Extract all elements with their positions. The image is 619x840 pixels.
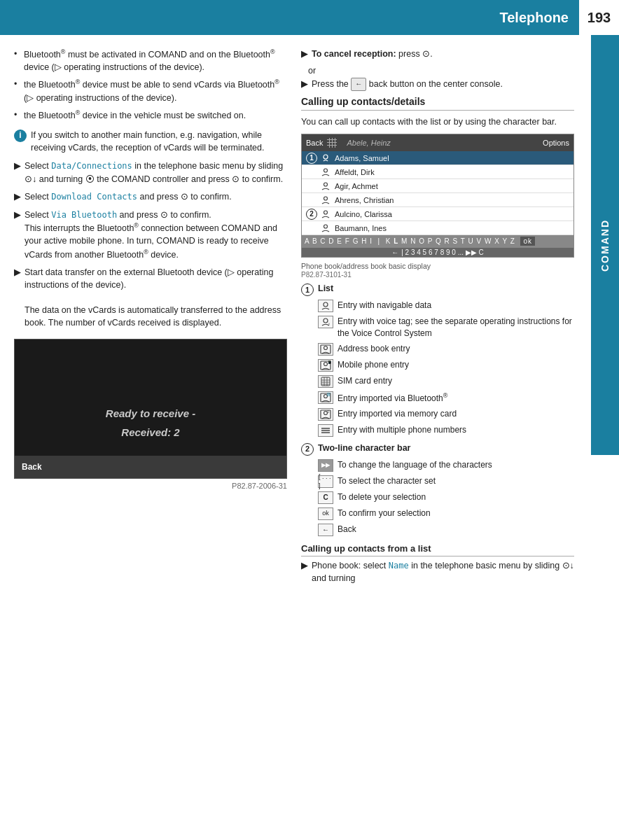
cancel-heading: To cancel reception:	[312, 49, 396, 59]
step-text: Start data transfer on the external Blue…	[25, 266, 287, 330]
cancel-step: ▶ To cancel reception: press ⊙.	[301, 48, 574, 61]
screen-line1: Ready to receive -	[106, 407, 195, 419]
arrow-icon: ▶	[301, 78, 308, 91]
arrow-icon: ▶	[301, 48, 308, 61]
phonebook-display: Back Abele, Heinz Options 1 Adams, Samue…	[301, 134, 574, 258]
list-label-item: 1 List	[301, 283, 574, 296]
comand-sidebar-label: COMAND	[599, 219, 611, 272]
svg-point-0	[324, 155, 328, 159]
desc-item-confirm: ok To confirm your selection	[318, 507, 574, 520]
contacts-list-step: ▶ Phone book: select Name in the telepho…	[301, 559, 574, 585]
pb-caption-id: P82.87-3101-31	[301, 271, 352, 279]
bt-icon-box: BT	[318, 391, 333, 404]
pb-back-arrow: ←	[391, 248, 398, 256]
voice-icon-box: ♪	[318, 316, 333, 328]
addr-icon-box	[318, 343, 333, 356]
screen-display: Ready to receive - Received: 2 Back	[14, 339, 287, 479]
pb-number-bar[interactable]: ← | 2 3 4 5 6 7 8 9 0 ... ▶▶ C	[302, 248, 573, 257]
step-4: ▶ Start data transfer on the external Bl…	[14, 266, 287, 330]
pb-circle-empty	[306, 195, 317, 206]
svg-point-3	[324, 197, 328, 200]
pb-alphabet-bar[interactable]: A B C D E F G H I | K L M N O P Q R S T …	[302, 235, 573, 248]
page-title: Telephone	[499, 10, 577, 26]
desc-item-nav: Entry with navigable data	[318, 300, 574, 312]
pb-row[interactable]: 1 Adams, Samuel	[302, 151, 573, 165]
multi-icon-box	[318, 424, 333, 437]
sim-entry-text: SIM card entry	[338, 375, 392, 387]
list-label-text: List	[318, 283, 333, 295]
list-item: the Bluetooth® device must be able to se…	[14, 78, 287, 104]
pb-row[interactable]: Ahrens, Christian	[302, 193, 573, 207]
step-text: Select Download Contacts and press ⊙ to …	[25, 190, 287, 203]
desc-item-addr: Address book entry	[318, 343, 574, 356]
page-number: 193	[577, 0, 619, 35]
charset-icon-box: [ . . . ]	[318, 475, 333, 488]
left-column: Bluetooth® must be activated in COMAND a…	[14, 48, 287, 589]
screen-line2: Received: 2	[121, 426, 179, 438]
nav-icon-box	[318, 300, 333, 312]
desc-item-voice: ♪ Entry with voice tag; see the separate…	[318, 316, 574, 340]
info-block: i If you switch to another main function…	[14, 129, 287, 154]
lang-text: To change the language of the characters	[338, 459, 492, 471]
desc-item-lang: ▶▶ To change the language of the charact…	[318, 459, 574, 472]
charbar-label-item: 2 Two-line character bar	[301, 442, 574, 456]
screen-text: Ready to receive - Received: 2	[106, 404, 195, 442]
pb-person-icon	[320, 195, 331, 205]
desc-item-back: ← Back	[318, 524, 574, 536]
screen-caption: P82.87-2006-31	[14, 482, 287, 490]
delete-text: To delete your selection	[338, 491, 426, 503]
arrow-icon: ▶	[301, 559, 308, 573]
pb-row[interactable]: 2 Aulcino, Clarissa	[302, 207, 573, 221]
pb-row[interactable]: Baumann, Ines	[302, 221, 573, 235]
pb-person-icon	[320, 223, 331, 233]
charset-text: To select the character set	[338, 475, 436, 487]
nav-entry-text: Entry with navigable data	[338, 300, 431, 312]
pb-options-label[interactable]: Options	[543, 139, 569, 147]
addr-entry-text: Address book entry	[338, 343, 410, 355]
screen-back-bar: Back	[15, 456, 286, 478]
voice-entry-text: Entry with voice tag; see the separate o…	[338, 316, 574, 340]
step-3: ▶ Select Via Bluetooth and press ⊙ to co…	[14, 209, 287, 261]
pb-caption: Phone book/address book basic display P8…	[301, 262, 574, 279]
back-step-text: Press the ← back button on the center co…	[312, 78, 574, 91]
step-text: Select Via Bluetooth and press ⊙ to conf…	[25, 209, 287, 261]
pb-circle-2: 2	[306, 209, 317, 220]
pb-person-icon	[320, 167, 331, 177]
requirements-list: Bluetooth® must be activated in COMAND a…	[14, 48, 287, 122]
back-button-inline: ←	[351, 78, 366, 91]
or-text: or	[308, 66, 574, 76]
pb-row[interactable]: Agir, Achmet	[302, 179, 573, 193]
step-2: ▶ Select Download Contacts and press ⊙ t…	[14, 190, 287, 204]
pb-circle-empty	[306, 181, 317, 192]
step-text: Select Data/Connections in the telephone…	[25, 160, 287, 186]
header-title-bar: Telephone	[0, 0, 577, 35]
cancel-text: To cancel reception: press ⊙.	[312, 48, 574, 60]
cancel-section: ▶ To cancel reception: press ⊙. or ▶ Pre…	[301, 48, 574, 91]
confirm-icon-box: ok	[318, 507, 333, 520]
pb-numbers: | 2 3 4 5 6 7 8 9 0 ... ▶▶ C	[401, 248, 484, 256]
step-1: ▶ Select Data/Connections in the telepho…	[14, 160, 287, 186]
bt-entry-text: Entry imported via Bluetooth®	[338, 391, 447, 405]
mobile-entry-text: Mobile phone entry	[338, 359, 409, 371]
desc-item-bt: BT Entry imported via Bluetooth®	[318, 391, 574, 405]
arrow-icon: ▶	[14, 190, 21, 204]
pb-back-label[interactable]: Back	[306, 139, 323, 147]
pb-grid-icon	[327, 138, 337, 148]
svg-point-1	[324, 169, 328, 172]
circle-label-1: 1	[301, 284, 314, 296]
pb-entry-name: Affeldt, Dirk	[335, 168, 375, 176]
delete-icon-box: C	[318, 491, 333, 504]
pb-entry-name: Adams, Samuel	[335, 154, 389, 162]
multi-entry-text: Entry with multiple phone numbers	[338, 424, 466, 436]
back-button-step: ▶ Press the ← back button on the center …	[301, 78, 574, 91]
pb-circle-empty	[306, 167, 317, 178]
pb-caption-text: Phone book/address book basic display	[301, 262, 431, 270]
mem-icon-box: 0	[318, 408, 333, 421]
pb-person-icon	[320, 209, 331, 219]
contacts-list-text: Phone book: select Name in the telephone…	[312, 559, 574, 585]
charbar-description: 2 Two-line character bar ▶▶ To change th…	[301, 442, 574, 536]
screen-back-button[interactable]: Back	[22, 462, 42, 472]
pb-row[interactable]: Affeldt, Dirk	[302, 165, 573, 179]
desc-item-multi: Entry with multiple phone numbers	[318, 424, 574, 437]
pb-entry-name: Baumann, Ines	[335, 224, 387, 232]
